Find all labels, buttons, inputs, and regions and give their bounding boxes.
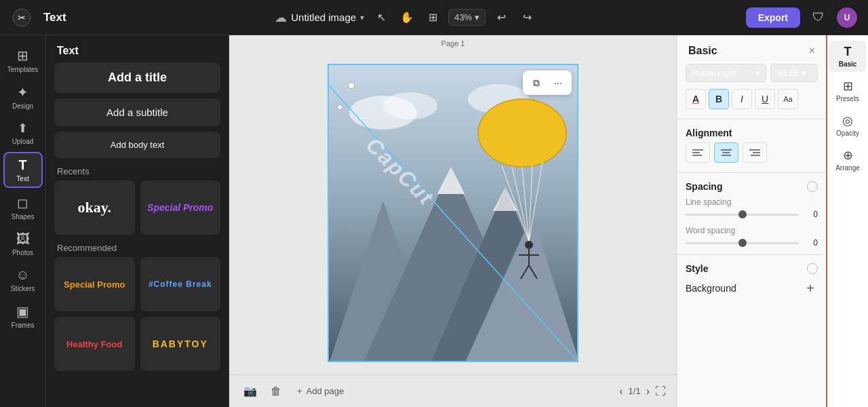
next-page-button[interactable]: ›	[646, 385, 650, 398]
text-buttons: Add a title Add a subtitle Add body text	[46, 62, 229, 158]
alignment-row	[677, 142, 826, 170]
right-rail-presets[interactable]: ⊞ Presets	[829, 75, 866, 106]
preset-card-coffee[interactable]: #Coffee Break	[140, 257, 221, 311]
stickers-icon: ☺	[16, 267, 29, 283]
redo-button[interactable]: ↪	[517, 7, 537, 28]
zoom-chevron-icon: ▾	[475, 12, 479, 22]
add-background-button[interactable]: +	[803, 281, 818, 296]
frames-icon: ▣	[16, 303, 29, 319]
format-italic-button[interactable]: I	[732, 89, 752, 109]
right-rail-basic[interactable]: T Basic	[829, 41, 866, 72]
align-right-button[interactable]	[743, 142, 767, 163]
style-toggle[interactable]	[807, 263, 818, 274]
font-row: Rubik-Light ▾ 30.65 ▾	[677, 64, 826, 89]
spacing-section-header: Spacing	[677, 176, 826, 195]
preset-healthy-text: Healthy Food	[66, 339, 122, 349]
right-rail-opacity[interactable]: ◎ Opacity	[829, 109, 866, 141]
design-icon: ✦	[17, 84, 28, 100]
bottom-bar: 📷 🗑 + Add page ‹ 1/1 › ⛶	[229, 374, 677, 407]
sidebar-item-stickers[interactable]: ☺ Stickers	[3, 263, 43, 296]
recommended-label: Recommended	[46, 235, 229, 257]
format-color-button[interactable]: A	[686, 89, 706, 109]
undo-button[interactable]: ↩	[491, 7, 511, 28]
page-label: Page 1	[229, 35, 677, 52]
preset-card-healthy[interactable]: Healthy Food	[54, 317, 135, 371]
preset-card-babytoy[interactable]: BABYTOY	[140, 317, 221, 371]
preset-card-special-1[interactable]: Special Promo	[140, 180, 221, 235]
spacing-toggle[interactable]	[807, 181, 818, 192]
canvas[interactable]: CapCut ⧉ ···	[328, 64, 578, 362]
shield-button[interactable]: 🛡	[808, 7, 829, 28]
svg-text:✂: ✂	[18, 12, 26, 23]
preset-okay-text: okay.	[77, 199, 111, 216]
font-size-value: 30.65	[776, 68, 799, 78]
arrange-icon: ⊕	[843, 148, 853, 163]
add-title-button[interactable]: Add a title	[54, 62, 220, 93]
sidebar-item-templates[interactable]: ⊞ Templates	[3, 43, 43, 77]
preset-special-promo-text: Special Promo	[64, 279, 125, 290]
corner-handle[interactable]	[337, 104, 342, 110]
align-left-button[interactable]	[686, 142, 710, 163]
avatar: U	[837, 7, 857, 28]
divider-2	[677, 172, 826, 173]
preset-card-okay[interactable]: okay.	[54, 180, 135, 235]
font-size-selector[interactable]: 30.65 ▾	[770, 64, 818, 82]
sidebar-item-frames[interactable]: ▣ Frames	[3, 299, 43, 333]
word-spacing-slider[interactable]	[686, 242, 799, 244]
main-layout: ⊞ Templates ✦ Design ⬆ Upload T Text ◻ S…	[0, 35, 868, 407]
preset-card-special-promo[interactable]: Special Promo	[54, 257, 135, 311]
canvas-more-button[interactable]: ···	[549, 73, 568, 92]
sidebar-item-photos[interactable]: 🖼 Photos	[3, 227, 43, 260]
zoom-selector[interactable]: 43% ▾	[448, 9, 486, 26]
align-center-button[interactable]	[714, 142, 738, 163]
zoom-value: 43%	[454, 12, 472, 22]
format-case-button[interactable]: Aa	[778, 89, 798, 109]
hand-tool-button[interactable]: ✋	[397, 7, 417, 28]
word-spacing-label: Word spacing	[677, 223, 826, 237]
preset-special-text: Special Promo	[147, 202, 213, 213]
basic-icon: T	[844, 45, 852, 59]
left-icon-rail: ⊞ Templates ✦ Design ⬆ Upload T Text ◻ S…	[0, 35, 46, 407]
sidebar-item-upload[interactable]: ⬆ Upload	[3, 117, 43, 149]
format-underline-button[interactable]: U	[755, 89, 775, 109]
panel-header: Text	[46, 35, 229, 62]
preset-babytoy-text: BABYTOY	[153, 338, 208, 349]
section-title: Text	[43, 11, 66, 24]
cursor-tool-button[interactable]: ↖	[371, 7, 391, 28]
sidebar-item-text[interactable]: T Text	[3, 152, 43, 188]
close-panel-button[interactable]: ×	[809, 45, 815, 57]
line-spacing-slider[interactable]	[686, 214, 799, 216]
font-chevron-icon: ▾	[755, 68, 760, 78]
add-subtitle-button[interactable]: Add a subtitle	[54, 98, 220, 126]
canvas-float-toolbar: ⧉ ···	[523, 71, 572, 95]
layout-tool-button[interactable]: ⊞	[422, 7, 443, 28]
sidebar-item-design[interactable]: ✦ Design	[3, 80, 43, 114]
file-chevron-icon[interactable]: ▾	[360, 13, 364, 22]
avatar-initials: U	[844, 13, 850, 22]
canvas-background-svg	[329, 65, 578, 362]
page-indicator: 1/1	[629, 386, 641, 396]
prev-page-button[interactable]: ‹	[619, 385, 623, 398]
camera-button[interactable]: 📷	[240, 381, 260, 402]
rotate-handle[interactable]	[348, 82, 355, 89]
preset-coffee-text: #Coffee Break	[149, 279, 212, 289]
recents-grid: okay. Special Promo	[46, 180, 229, 235]
sidebar-item-shapes[interactable]: ◻ Shapes	[3, 191, 43, 225]
add-body-button[interactable]: Add body text	[54, 132, 220, 158]
trash-button[interactable]: 🗑	[266, 381, 286, 402]
bottom-left-tools: 📷 🗑 + Add page	[240, 381, 349, 402]
right-rail-arrange[interactable]: ⊕ Arrange	[829, 144, 866, 176]
word-spacing-row: 0	[677, 237, 826, 252]
export-button[interactable]: Export	[746, 7, 800, 28]
format-bold-button[interactable]: B	[709, 89, 729, 109]
font-selector[interactable]: Rubik-Light ▾	[686, 64, 766, 82]
photos-icon: 🖼	[16, 231, 30, 247]
file-area: ☁ Untitled image ▾	[275, 10, 364, 25]
templates-icon: ⊞	[17, 47, 28, 64]
canvas-copy-button[interactable]: ⧉	[527, 73, 546, 92]
canvas-wrapper[interactable]: CapCut ⧉ ···	[229, 52, 677, 374]
topbar: ✂ Text ☁ Untitled image ▾ ↖ ✋ ⊞ 43% ▾ ↩ …	[0, 0, 868, 35]
fullscreen-button[interactable]: ⛶	[655, 385, 666, 398]
background-label: Background	[686, 283, 736, 294]
add-page-button[interactable]: + Add page	[292, 383, 349, 399]
